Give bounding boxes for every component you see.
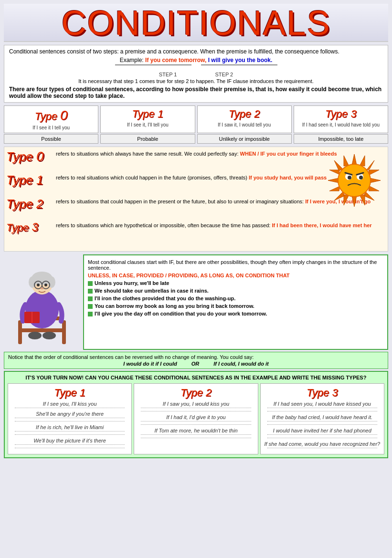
ex-col2-item2: If I had it, I'd give it to you [137, 414, 254, 420]
ex-col2-item0: If I saw you, I would kiss you [137, 401, 254, 407]
ex-line [15, 418, 125, 418]
notice-text: Notice that the order of conditional sen… [8, 354, 254, 360]
desc-label-1: Type 1 [6, 173, 54, 188]
svg-marker-14 [344, 195, 349, 205]
clauses-list: Unless you hurry, we'll be late We shoul… [88, 280, 383, 316]
type1-title: Type 1 [102, 108, 193, 120]
list-item-2: I'll iron the clothes provided that you … [88, 295, 383, 301]
type2-example: If I saw it, I would tell you [218, 122, 271, 127]
ex-line [15, 421, 125, 421]
svg-marker-0 [352, 154, 357, 165]
ex-col3-item0: If I had seen you, I would have kissed y… [264, 401, 381, 407]
ex-line [15, 431, 125, 432]
svg-marker-5 [366, 160, 374, 171]
page: CONDITIONALS Conditional sentences consi… [0, 0, 392, 464]
intro-text: Conditional sentences consist of two ste… [9, 48, 339, 55]
ex-line [15, 444, 125, 445]
ex-line [267, 424, 377, 425]
step1-label: STEP 1 [159, 72, 177, 77]
type-cell-0: Type 0 If I see it I tell you [4, 105, 98, 133]
desc-label-0: Type 0 [6, 149, 54, 164]
bullet-1 [88, 289, 93, 294]
intro-bold: There are four types of conditional sent… [9, 86, 383, 99]
type-descriptions: Type 0 refers to situations which always… [4, 147, 388, 252]
exercise-col-1: Type 1 If I see you, I'll kiss you She'l… [8, 383, 132, 454]
ex-col3-item4: I would have invited her if she had phon… [264, 428, 381, 433]
bracket [9, 63, 383, 71]
type-cell-2: Type 2 If I saw it, I would tell you [197, 105, 292, 133]
notice-example1: I would do it if I could [123, 361, 177, 367]
desc-example-1: If you study hard, you will pass [249, 175, 327, 180]
svg-point-41 [42, 332, 56, 339]
poss-2: Unlikely or impossible [197, 134, 292, 144]
svg-marker-9 [360, 156, 365, 166]
notice-or: OR [191, 361, 200, 367]
exercise-col-3: Type 3 If I had seen you, I would have k… [260, 383, 384, 454]
possibility-row: Possible Probable Unlikely or impossible… [4, 134, 388, 144]
ex-line [15, 448, 125, 448]
svg-marker-10 [329, 170, 340, 175]
desc-label-3: Type 3 [6, 221, 54, 234]
sun-container [326, 152, 383, 209]
granny-icon [11, 254, 73, 350]
ex-line [141, 424, 251, 425]
type-cell-1: Type 1 If I see it, I'll tell you [100, 105, 195, 133]
ex-col3-item2: If the baby had cried, I would have hear… [264, 414, 381, 420]
poss-3: Impossible, too late [294, 134, 388, 144]
ex-line [15, 434, 125, 435]
ex-line [267, 434, 377, 435]
svg-marker-1 [352, 196, 357, 207]
svg-rect-25 [62, 320, 66, 344]
desc-label-2: Type 2 [6, 197, 54, 211]
type3-example: If I had seen it, I would have told you [302, 122, 380, 127]
desc-row-3: Type 3 refers to situations which are hy… [6, 221, 386, 242]
svg-point-16 [338, 164, 371, 197]
clauses-connectors: UNLESS, IN CASE, PROVIDED / PROVIDING, A… [88, 273, 383, 278]
exercise-columns: Type 1 If I see you, I'll kiss you She'l… [8, 383, 384, 454]
desc-example-0: WHEN / IF you cut your finger it bleeds [240, 151, 337, 157]
poss-0: Possible [4, 134, 98, 144]
bullet-3 [88, 304, 93, 309]
granny-area [4, 254, 80, 350]
clauses-intro: Most conditional clauses start with IF, … [88, 259, 377, 271]
svg-marker-7 [364, 192, 374, 200]
svg-marker-11 [329, 186, 340, 191]
clauses-box: Most conditional clauses start with IF, … [83, 254, 388, 350]
svg-point-36 [44, 284, 47, 286]
example-label: Example: [120, 57, 144, 63]
type3-title: Type 3 [295, 108, 387, 120]
svg-point-35 [37, 284, 40, 286]
svg-marker-2 [328, 178, 339, 183]
ex-line [15, 408, 125, 408]
ex-line [267, 408, 377, 408]
svg-point-37 [41, 287, 43, 289]
ex-col2-item4: If Tom ate more, he wouldn't be thin [137, 428, 254, 433]
svg-point-19 [348, 176, 351, 179]
bullet-2 [88, 296, 93, 301]
exercise-section: IT'S YOUR TURN NOW! CAN YOU CHANGE THESE… [4, 371, 388, 458]
svg-marker-4 [334, 160, 343, 171]
ex-col1-item3: If he is rich, he'll live in Miami [11, 424, 128, 430]
step2-label: STEP 2 [215, 72, 233, 77]
desc-text-3: refers to situations which are hypotheti… [54, 221, 386, 228]
sun-icon [326, 152, 383, 209]
type0-title: Type 0 [5, 108, 97, 123]
clauses-section: Most conditional clauses start with IF, … [4, 254, 388, 350]
desc-example-3: If I had been there, I would have met he… [272, 222, 371, 228]
list-item-1: We should take our umbrellas in case it … [88, 288, 383, 294]
svg-marker-6 [334, 192, 345, 200]
example-line: Example: If you come tomorrow, I will gi… [9, 57, 383, 63]
ex-line [141, 408, 251, 408]
intro-note: It is necessary that step 1 comes true f… [9, 78, 383, 84]
steps-row: STEP 1 STEP 2 [9, 72, 383, 77]
list-item-3: You can borrow my book as long as you br… [88, 303, 383, 309]
ex-line [141, 421, 251, 421]
ex-col1-item1: She'll be angry if you're there [11, 411, 128, 417]
svg-rect-24 [18, 320, 22, 344]
ex-col1-item5: We'll buy the picture if it's there [11, 438, 128, 443]
ex-line [141, 411, 251, 411]
svg-point-20 [359, 176, 363, 179]
svg-point-40 [28, 332, 42, 339]
bullet-4 [88, 312, 93, 316]
svg-rect-26 [21, 328, 64, 332]
